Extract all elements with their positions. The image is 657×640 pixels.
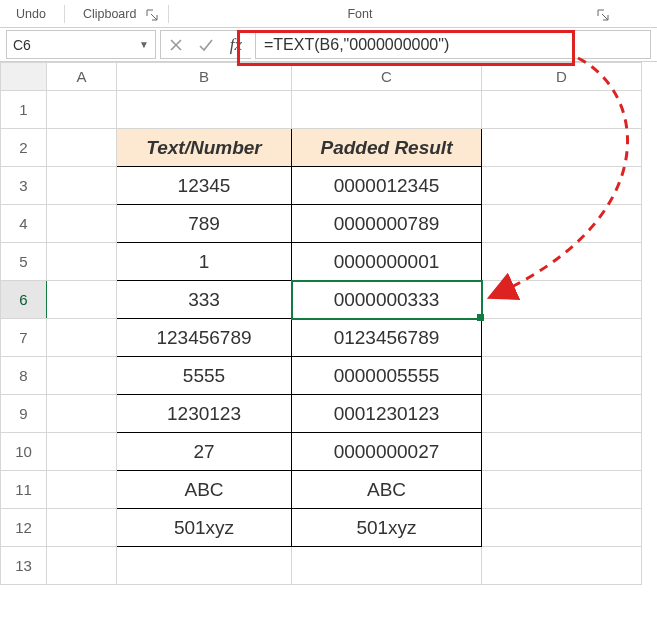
cancel-button[interactable] <box>161 31 191 58</box>
ribbon-separator <box>64 5 65 23</box>
row-header-9[interactable]: 9 <box>1 395 47 433</box>
column-header-d[interactable]: D <box>482 63 642 91</box>
cell-b4[interactable]: 789 <box>117 205 292 243</box>
ribbon-group-labels: Undo Clipboard Font <box>0 0 657 28</box>
cell-c5[interactable]: 0000000001 <box>292 243 482 281</box>
row-header-1[interactable]: 1 <box>1 91 47 129</box>
cell-a2[interactable] <box>47 129 117 167</box>
cell-b1[interactable] <box>117 91 292 129</box>
formula-input[interactable]: =TEXT(B6,"0000000000") <box>255 30 651 59</box>
cell-c9[interactable]: 0001230123 <box>292 395 482 433</box>
column-header-c[interactable]: C <box>292 63 482 91</box>
cell-a5[interactable] <box>47 243 117 281</box>
row-header-3[interactable]: 3 <box>1 167 47 205</box>
font-launcher-icon[interactable] <box>595 7 609 21</box>
cell-d12[interactable] <box>482 509 642 547</box>
cell-a8[interactable] <box>47 357 117 395</box>
cell-c10[interactable]: 0000000027 <box>292 433 482 471</box>
name-box[interactable]: C6 ▼ <box>6 30 156 59</box>
cell-c4[interactable]: 0000000789 <box>292 205 482 243</box>
insert-function-button[interactable]: fx <box>221 31 251 58</box>
cell-a7[interactable] <box>47 319 117 357</box>
cell-c3[interactable]: 0000012345 <box>292 167 482 205</box>
cell-c8[interactable]: 0000005555 <box>292 357 482 395</box>
spreadsheet-grid[interactable]: A B C D 1 2 Text/Number Padded Result 3 … <box>0 62 657 585</box>
enter-button[interactable] <box>191 31 221 58</box>
formula-bar: C6 ▼ fx =TEXT(B6,"0000000000") <box>0 28 657 62</box>
row-header-13[interactable]: 13 <box>1 547 47 585</box>
name-box-value: C6 <box>13 37 31 53</box>
row-header-6[interactable]: 6 <box>1 281 47 319</box>
formula-bar-buttons: fx <box>160 30 251 59</box>
cell-d4[interactable] <box>482 205 642 243</box>
cell-d11[interactable] <box>482 471 642 509</box>
ribbon-undo-label: Undo <box>8 5 54 23</box>
cell-a3[interactable] <box>47 167 117 205</box>
row-header-5[interactable]: 5 <box>1 243 47 281</box>
cell-d8[interactable] <box>482 357 642 395</box>
cell-c6-value: 0000000333 <box>334 289 440 310</box>
row-header-10[interactable]: 10 <box>1 433 47 471</box>
cell-d3[interactable] <box>482 167 642 205</box>
cell-a13[interactable] <box>47 547 117 585</box>
cell-c11[interactable]: ABC <box>292 471 482 509</box>
cell-c1[interactable] <box>292 91 482 129</box>
cell-d9[interactable] <box>482 395 642 433</box>
ribbon-font-label: Font <box>339 5 380 23</box>
formula-text: =TEXT(B6,"0000000000") <box>264 36 449 54</box>
fill-handle[interactable] <box>477 314 484 321</box>
clipboard-launcher-icon[interactable] <box>144 7 158 21</box>
cell-b7[interactable]: 123456789 <box>117 319 292 357</box>
row-header-4[interactable]: 4 <box>1 205 47 243</box>
cell-b13[interactable] <box>117 547 292 585</box>
cell-b12[interactable]: 501xyz <box>117 509 292 547</box>
column-header-b[interactable]: B <box>117 63 292 91</box>
cell-b2[interactable]: Text/Number <box>117 129 292 167</box>
cell-b6[interactable]: 333 <box>117 281 292 319</box>
cell-c7[interactable]: 0123456789 <box>292 319 482 357</box>
ribbon-separator <box>168 5 169 23</box>
ribbon-clipboard-label: Clipboard <box>75 5 145 23</box>
cell-d5[interactable] <box>482 243 642 281</box>
cell-b3[interactable]: 12345 <box>117 167 292 205</box>
cell-c13[interactable] <box>292 547 482 585</box>
cell-c6[interactable]: 0000000333 <box>292 281 482 319</box>
row-header-8[interactable]: 8 <box>1 357 47 395</box>
cell-a9[interactable] <box>47 395 117 433</box>
cell-d13[interactable] <box>482 547 642 585</box>
row-header-12[interactable]: 12 <box>1 509 47 547</box>
cell-b11[interactable]: ABC <box>117 471 292 509</box>
cell-c2[interactable]: Padded Result <box>292 129 482 167</box>
cell-b8[interactable]: 5555 <box>117 357 292 395</box>
select-all-corner[interactable] <box>1 63 47 91</box>
row-header-7[interactable]: 7 <box>1 319 47 357</box>
column-header-a[interactable]: A <box>47 63 117 91</box>
cell-a10[interactable] <box>47 433 117 471</box>
cell-b9[interactable]: 1230123 <box>117 395 292 433</box>
cell-c12[interactable]: 501xyz <box>292 509 482 547</box>
cell-a4[interactable] <box>47 205 117 243</box>
cell-a12[interactable] <box>47 509 117 547</box>
cell-d1[interactable] <box>482 91 642 129</box>
cell-b5[interactable]: 1 <box>117 243 292 281</box>
cell-d2[interactable] <box>482 129 642 167</box>
cell-d7[interactable] <box>482 319 642 357</box>
cell-d10[interactable] <box>482 433 642 471</box>
row-header-2[interactable]: 2 <box>1 129 47 167</box>
cell-a11[interactable] <box>47 471 117 509</box>
row-header-11[interactable]: 11 <box>1 471 47 509</box>
cell-b10[interactable]: 27 <box>117 433 292 471</box>
cell-a6[interactable] <box>47 281 117 319</box>
cell-d6[interactable] <box>482 281 642 319</box>
cell-a1[interactable] <box>47 91 117 129</box>
chevron-down-icon[interactable]: ▼ <box>139 39 149 50</box>
